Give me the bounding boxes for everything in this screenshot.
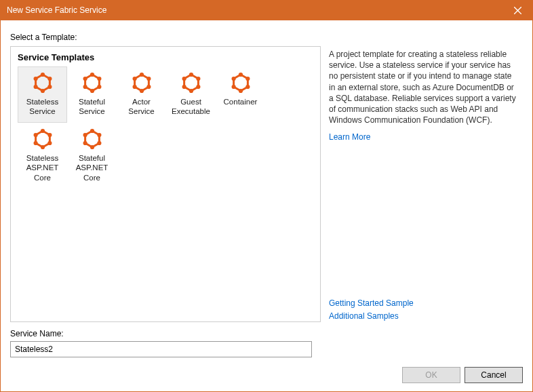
template-label: Container bbox=[224, 97, 258, 106]
svg-point-26 bbox=[231, 77, 235, 81]
additional-samples-link[interactable]: Additional Samples bbox=[329, 311, 520, 321]
svg-point-31 bbox=[33, 141, 37, 145]
svg-point-27 bbox=[238, 73, 242, 77]
svg-point-20 bbox=[182, 77, 186, 81]
svg-point-25 bbox=[231, 85, 235, 89]
template-item[interactable]: Stateful ASP.NET Core bbox=[67, 123, 117, 189]
dialog-buttons: OK Cancel bbox=[10, 367, 523, 383]
svg-point-40 bbox=[97, 133, 101, 137]
svg-point-18 bbox=[189, 89, 193, 93]
svg-point-21 bbox=[189, 73, 193, 77]
svg-point-2 bbox=[33, 77, 37, 81]
templates-panel: Service Templates Stateless ServiceState… bbox=[10, 46, 321, 322]
service-name-input[interactable] bbox=[10, 341, 312, 357]
description-text: A project template for creating a statel… bbox=[329, 49, 520, 125]
svg-point-32 bbox=[33, 133, 37, 137]
svg-point-13 bbox=[132, 85, 136, 89]
template-item[interactable]: Stateful Service bbox=[67, 66, 117, 123]
template-item[interactable]: Actor Service bbox=[117, 66, 166, 123]
svg-point-11 bbox=[97, 85, 101, 89]
svg-point-9 bbox=[90, 73, 94, 77]
template-item[interactable]: Stateless Service bbox=[18, 66, 67, 123]
svg-point-24 bbox=[238, 89, 242, 93]
getting-started-link[interactable]: Getting Started Sample bbox=[329, 298, 520, 308]
svg-point-10 bbox=[97, 77, 101, 81]
templates-title: Service Templates bbox=[18, 52, 313, 62]
svg-point-35 bbox=[47, 141, 52, 145]
svg-point-23 bbox=[196, 85, 200, 89]
service-fabric-icon bbox=[31, 71, 54, 94]
template-label: Stateless Service bbox=[20, 97, 65, 117]
select-template-label: Select a Template: bbox=[10, 33, 523, 42]
service-name-row: Service Name: bbox=[10, 329, 523, 357]
svg-point-16 bbox=[146, 77, 151, 81]
window-title: New Service Fabric Service bbox=[7, 5, 502, 15]
template-label: Actor Service bbox=[119, 97, 164, 117]
learn-more-link[interactable]: Learn More bbox=[329, 132, 520, 142]
close-button[interactable] bbox=[502, 0, 533, 20]
svg-point-4 bbox=[47, 77, 52, 81]
template-label: Stateful Service bbox=[69, 97, 115, 117]
service-fabric-icon bbox=[81, 71, 104, 94]
service-name-label: Service Name: bbox=[10, 329, 523, 338]
template-label: Guest Executable bbox=[168, 97, 214, 117]
svg-point-1 bbox=[33, 85, 37, 89]
svg-point-39 bbox=[90, 129, 94, 133]
svg-point-17 bbox=[146, 85, 151, 89]
svg-point-38 bbox=[83, 133, 87, 137]
svg-point-15 bbox=[139, 73, 143, 77]
service-fabric-icon bbox=[180, 71, 203, 94]
svg-point-29 bbox=[245, 85, 250, 89]
service-fabric-icon bbox=[130, 71, 153, 94]
svg-point-34 bbox=[47, 133, 52, 137]
svg-point-19 bbox=[182, 85, 186, 89]
svg-point-36 bbox=[90, 145, 94, 149]
close-icon bbox=[514, 7, 521, 14]
service-fabric-icon bbox=[81, 128, 104, 151]
svg-point-37 bbox=[83, 141, 87, 145]
dialog-body: Select a Template: Service Templates Sta… bbox=[0, 20, 533, 392]
svg-point-12 bbox=[139, 89, 143, 93]
ok-button[interactable]: OK bbox=[402, 367, 460, 383]
bottom-links: Getting Started Sample Additional Sample… bbox=[329, 298, 520, 321]
svg-point-6 bbox=[90, 89, 94, 93]
template-item[interactable]: Stateless ASP.NET Core bbox=[18, 123, 67, 189]
template-item[interactable]: Container bbox=[216, 66, 265, 123]
template-label: Stateful ASP.NET Core bbox=[69, 153, 115, 182]
svg-point-30 bbox=[40, 145, 44, 149]
template-item[interactable]: Guest Executable bbox=[166, 66, 216, 123]
svg-point-5 bbox=[47, 85, 52, 89]
svg-point-28 bbox=[245, 77, 250, 81]
templates-grid: Stateless ServiceStateful ServiceActor S… bbox=[18, 66, 313, 189]
svg-point-14 bbox=[132, 77, 136, 81]
titlebar: New Service Fabric Service bbox=[0, 0, 533, 20]
svg-point-8 bbox=[83, 77, 87, 81]
svg-point-22 bbox=[196, 77, 200, 81]
svg-point-7 bbox=[83, 85, 87, 89]
svg-point-41 bbox=[97, 141, 101, 145]
template-label: Stateless ASP.NET Core bbox=[20, 153, 65, 182]
cancel-button[interactable]: Cancel bbox=[465, 367, 523, 383]
svg-point-33 bbox=[40, 129, 44, 133]
svg-point-0 bbox=[40, 89, 44, 93]
svg-point-3 bbox=[40, 73, 44, 77]
service-fabric-icon bbox=[229, 71, 252, 94]
description-panel: A project template for creating a statel… bbox=[329, 46, 523, 322]
service-fabric-icon bbox=[31, 128, 54, 151]
main-row: Service Templates Stateless ServiceState… bbox=[10, 46, 523, 322]
